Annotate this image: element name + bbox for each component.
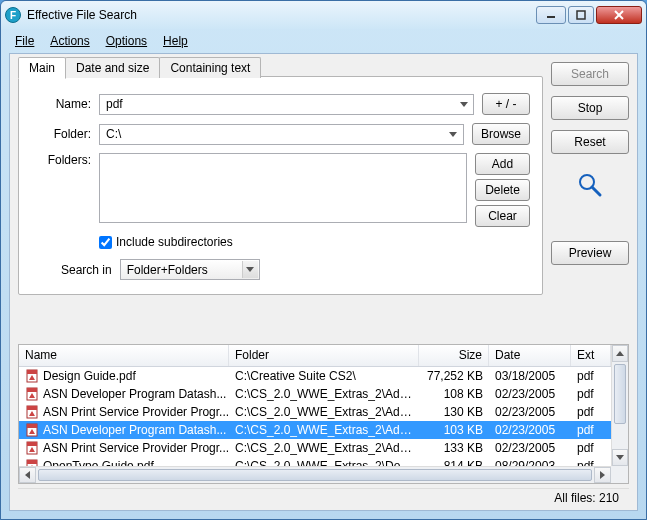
svg-rect-7 — [27, 370, 37, 374]
tab-date-size[interactable]: Date and size — [65, 57, 160, 78]
scroll-thumb[interactable] — [38, 469, 592, 481]
menu-help[interactable]: Help — [155, 32, 196, 50]
menu-actions[interactable]: Actions — [42, 32, 97, 50]
col-name[interactable]: Name — [19, 345, 229, 366]
cell-date: 02/23/2005 — [489, 423, 571, 437]
searchin-value: Folder+Folders — [127, 263, 208, 277]
menu-file[interactable]: File — [7, 32, 42, 50]
clear-button[interactable]: Clear — [475, 205, 530, 227]
minimize-button[interactable] — [536, 6, 566, 24]
searchin-select[interactable]: Folder+Folders — [120, 259, 260, 280]
cell-folder: C:\CS_2.0_WWE_Extras_2\Ado... — [229, 387, 419, 401]
scroll-down-icon[interactable] — [612, 449, 628, 466]
app-icon: F — [5, 7, 21, 23]
browse-button[interactable]: Browse — [472, 123, 530, 145]
cell-date: 02/23/2005 — [489, 441, 571, 455]
svg-rect-13 — [27, 424, 37, 428]
close-button[interactable] — [596, 6, 642, 24]
table-row[interactable]: Design Guide.pdfC:\Creative Suite CS2\77… — [19, 367, 628, 385]
cell-name: ASN Developer Program Datash... — [43, 387, 226, 401]
cell-folder: C:\CS_2.0_WWE_Extras_2\Ado... — [229, 405, 419, 419]
folder-input[interactable]: C:\ — [99, 124, 464, 145]
folder-value: C:\ — [106, 127, 121, 141]
chevron-down-icon[interactable] — [446, 127, 461, 142]
cell-size: 130 KB — [419, 405, 489, 419]
chevron-down-icon[interactable] — [242, 261, 258, 278]
preview-button[interactable]: Preview — [551, 241, 629, 265]
cell-ext: pdf — [571, 441, 611, 455]
pdf-icon — [25, 369, 39, 383]
cell-name: ASN Print Service Provider Progr... — [43, 441, 229, 455]
col-date[interactable]: Date — [489, 345, 571, 366]
name-label: Name: — [31, 97, 91, 111]
search-button[interactable]: Search — [551, 62, 629, 86]
cell-ext: pdf — [571, 369, 611, 383]
cell-name: ASN Print Service Provider Progr... — [43, 405, 229, 419]
include-subdirs-label: Include subdirectories — [116, 235, 233, 249]
cell-date: 02/23/2005 — [489, 387, 571, 401]
svg-rect-1 — [577, 11, 585, 19]
cell-name: ASN Developer Program Datash... — [43, 423, 226, 437]
cell-name: Design Guide.pdf — [43, 369, 136, 383]
results-table: Name Folder Size Date Ext Design Guide.p… — [18, 344, 629, 484]
status-text: All files: 210 — [554, 491, 619, 505]
cell-ext: pdf — [571, 405, 611, 419]
pdf-icon — [25, 387, 39, 401]
pdf-icon — [25, 405, 39, 419]
criteria-panel: Main Date and size Containing text Name:… — [18, 76, 543, 295]
reset-button[interactable]: Reset — [551, 130, 629, 154]
name-value: pdf — [106, 97, 123, 111]
col-ext[interactable]: Ext — [571, 345, 611, 366]
svg-rect-17 — [27, 460, 37, 464]
menu-options[interactable]: Options — [98, 32, 155, 50]
stop-button[interactable]: Stop — [551, 96, 629, 120]
svg-rect-11 — [27, 406, 37, 410]
folder-label: Folder: — [31, 127, 91, 141]
status-bar: All files: 210 — [18, 488, 629, 506]
cell-ext: pdf — [571, 423, 611, 437]
scroll-left-icon[interactable] — [19, 467, 36, 483]
magnify-icon — [577, 172, 603, 201]
include-subdirs-checkbox[interactable] — [99, 236, 112, 249]
table-row[interactable]: ASN Print Service Provider Progr...C:\CS… — [19, 403, 628, 421]
tab-main[interactable]: Main — [18, 57, 66, 79]
maximize-button[interactable] — [568, 6, 594, 24]
searchin-label: Search in — [61, 263, 112, 277]
scroll-corner — [611, 466, 628, 483]
cell-size: 133 KB — [419, 441, 489, 455]
tab-containing-text[interactable]: Containing text — [159, 57, 261, 78]
folders-listbox[interactable] — [99, 153, 467, 223]
name-input[interactable]: pdf — [99, 94, 474, 115]
cell-ext: pdf — [571, 387, 611, 401]
table-row[interactable]: ASN Developer Program Datash...C:\CS_2.0… — [19, 385, 628, 403]
table-row[interactable]: ASN Developer Program Datash...C:\CS_2.0… — [19, 421, 628, 439]
cell-folder: C:\Creative Suite CS2\ — [229, 369, 419, 383]
cell-folder: C:\CS_2.0_WWE_Extras_2\Ado... — [229, 441, 419, 455]
horizontal-scrollbar[interactable] — [19, 466, 611, 483]
window-title: Effective File Search — [27, 8, 536, 22]
results-header[interactable]: Name Folder Size Date Ext — [19, 345, 628, 367]
col-folder[interactable]: Folder — [229, 345, 419, 366]
titlebar[interactable]: F Effective File Search — [1, 1, 646, 29]
cell-date: 03/18/2005 — [489, 369, 571, 383]
vertical-scrollbar[interactable] — [611, 345, 628, 466]
chevron-down-icon[interactable] — [456, 97, 471, 112]
scroll-thumb[interactable] — [614, 364, 626, 424]
folders-label: Folders: — [31, 153, 91, 167]
table-row[interactable]: ASN Print Service Provider Progr...C:\CS… — [19, 439, 628, 457]
svg-rect-9 — [27, 388, 37, 392]
delete-button[interactable]: Delete — [475, 179, 530, 201]
scroll-right-icon[interactable] — [594, 467, 611, 483]
pdf-icon — [25, 423, 39, 437]
cell-size: 108 KB — [419, 387, 489, 401]
scroll-up-icon[interactable] — [612, 345, 628, 362]
col-size[interactable]: Size — [419, 345, 489, 366]
add-button[interactable]: Add — [475, 153, 530, 175]
svg-line-5 — [592, 187, 600, 195]
cell-date: 02/23/2005 — [489, 405, 571, 419]
plus-minus-button[interactable]: + / - — [482, 93, 530, 115]
cell-folder: C:\CS_2.0_WWE_Extras_2\Ado... — [229, 423, 419, 437]
svg-rect-15 — [27, 442, 37, 446]
cell-size: 77,252 KB — [419, 369, 489, 383]
menubar: File Actions Options Help — [1, 29, 646, 51]
